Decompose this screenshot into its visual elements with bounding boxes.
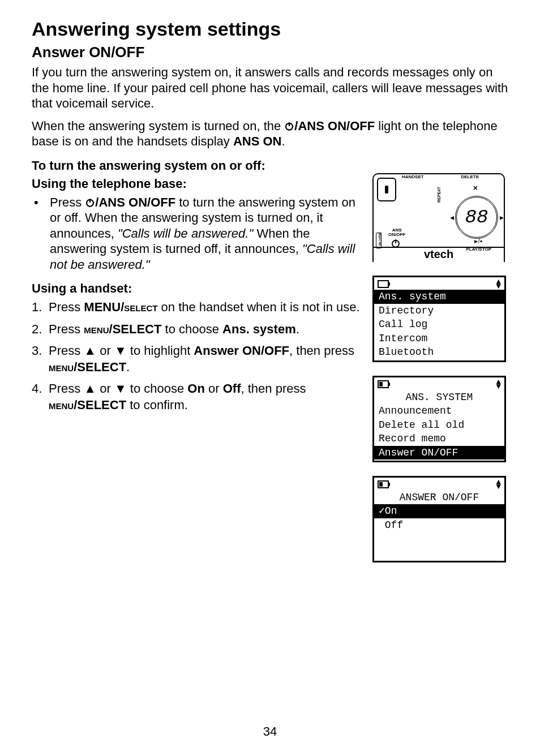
using-handset-heading: Using a handset: (32, 281, 363, 296)
scroll-arrows-icon: ▲▼ (496, 480, 501, 489)
text: Press (49, 300, 84, 314)
text: Press (49, 343, 84, 358)
battery-icon (378, 280, 389, 288)
text: to confirm. (126, 398, 188, 412)
bullet-item: • Press /ANS ON/OFF to turn the answerin… (32, 195, 363, 273)
delete-label: DELETE (461, 174, 479, 179)
text: /SELECT (74, 360, 126, 374)
text: Press (50, 195, 85, 209)
up-arrow-icon: ▲ (84, 381, 96, 396)
menu-item-delete-all-old: Delete all old (374, 418, 504, 432)
text: /SELECT (74, 398, 126, 412)
step-4: 4. Press ▲ or ▼ to choose On or Off, the… (32, 381, 363, 413)
text: ON/OFF (388, 232, 405, 237)
text: , then press (241, 381, 306, 396)
text: menu (49, 398, 74, 412)
text: ANS ON (233, 134, 282, 148)
step-2: 2. Press menu/SELECT to choose Ans. syst… (32, 321, 363, 338)
counter-value: 88 (465, 207, 488, 228)
text: or (96, 381, 114, 396)
text: to choose (161, 322, 222, 336)
lcd-screen-answer-onoff: ▲▼ ANSWER ON/OFF ✓On Off (372, 476, 506, 562)
text: menu (49, 360, 74, 374)
section-heading: Answer ON/OFF (32, 44, 508, 61)
lcd-screen-main-menu: ▲▼ Ans. system Directory Call log Interc… (372, 276, 506, 362)
down-arrow-icon: ▼ (114, 381, 127, 396)
battery-icon (378, 380, 389, 388)
text: to choose (127, 381, 188, 396)
step-1: 1. Press MENU/select on the handset when… (32, 299, 363, 316)
text: menu (84, 322, 109, 336)
text: on the handset when it is not in use. (157, 300, 359, 314)
text: . (296, 322, 299, 336)
up-arrow-icon: ▲ (84, 343, 96, 358)
text: , then press (289, 343, 354, 358)
inuse-label: IN USE (378, 232, 382, 245)
power-icon (284, 121, 294, 131)
repeat-label: REPEAT (437, 187, 441, 203)
screen-title: ANSWER ON/OFF (374, 491, 504, 505)
power-icon (85, 197, 95, 208)
text: /ANS ON/OFF (294, 119, 375, 133)
play-stop-icon: ▸/▪ (474, 237, 482, 245)
text: Ans. system (222, 322, 296, 336)
menu-item-call-log: Call log (374, 317, 504, 332)
blank-row (374, 546, 504, 560)
battery-icon (378, 480, 389, 488)
left-arrow-icon: ◂ (450, 213, 454, 222)
ans-onoff-label: ANS ON/OFF (388, 228, 405, 237)
handset-label: HANDSET (402, 174, 424, 179)
intro-paragraph: If you turn the answering system on, it … (32, 65, 508, 111)
menu-item-directory: Directory (374, 304, 504, 318)
menu-item-bluetooth: Bluetooth (374, 345, 504, 359)
howto-heading: To turn the answering system on or off: (32, 158, 508, 173)
screen-title: ANS. SYSTEM (374, 390, 504, 405)
text: select (124, 300, 157, 314)
page-title: Answering system settings (32, 18, 508, 40)
text: /ANS ON/OFF (95, 195, 175, 209)
text: "Calls will be answered." (118, 226, 253, 240)
menu-item-answer-onoff: Answer ON/OFF (374, 446, 504, 460)
text: . (281, 134, 285, 148)
menu-item-ans-system: Ans. system (374, 290, 504, 304)
text: to highlight (127, 343, 194, 358)
text: MENU/ (84, 300, 124, 314)
blank-row (374, 532, 504, 546)
using-base-heading: Using the telephone base: (32, 177, 363, 191)
text: Answer ON/OFF (194, 343, 289, 358)
menu-item-record-memo: Record memo (374, 432, 504, 446)
text: Off (223, 381, 241, 396)
text: /SELECT (109, 322, 162, 336)
scroll-arrows-icon: ▲▼ (496, 280, 501, 289)
text: When the answering system is turned on, … (32, 119, 284, 133)
delete-icon: × (473, 183, 478, 192)
telephone-base-illustration: HANDSET DELETE × REPEAT ◂ 88 ▸ ANS ON/OF… (372, 173, 505, 262)
text: Press (49, 381, 84, 396)
text: or (205, 381, 223, 396)
menu-item-intercom: Intercom (374, 332, 504, 346)
bullet-marker: • (32, 195, 50, 211)
right-arrow-icon: ▸ (500, 213, 504, 222)
option-off: Off (374, 518, 504, 532)
text: Press (49, 322, 84, 336)
scroll-arrows-icon: ▲▼ (496, 380, 501, 389)
status-paragraph: When the answering system is turned on, … (32, 118, 508, 149)
text: On (187, 381, 205, 396)
brand-logo: vtech (374, 247, 504, 261)
text: . (126, 360, 130, 374)
down-arrow-icon: ▼ (114, 343, 127, 358)
step-3: 3. Press ▲ or ▼ to highlight Answer ON/O… (32, 343, 363, 375)
lcd-screen-ans-system: ▲▼ ANS. SYSTEM Announcement Delete all o… (372, 376, 506, 462)
option-on: ✓On (374, 504, 504, 518)
menu-item-announcement: Announcement (374, 404, 504, 418)
handset-slot-icon (377, 178, 396, 201)
text: or (96, 343, 114, 358)
message-counter: 88 (455, 196, 498, 239)
page-number: 34 (0, 724, 540, 739)
